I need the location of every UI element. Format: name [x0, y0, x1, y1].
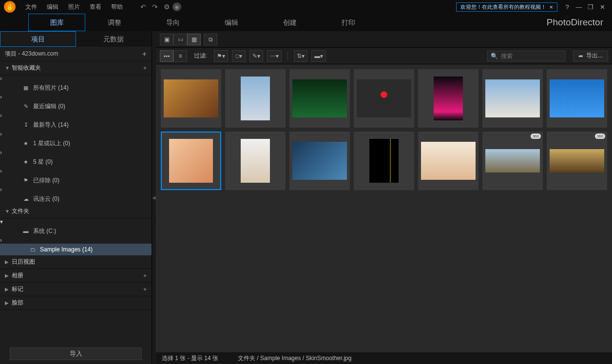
thumbnail[interactable] [225, 132, 286, 190]
thumbsize-list-icon[interactable]: ≡ [173, 50, 187, 62]
chevron-right-icon: › [0, 94, 2, 100]
view-single-icon[interactable]: ▣ [160, 34, 173, 45]
filter-flag-icon[interactable]: ⚑▾ [214, 50, 228, 62]
view-grid-icon[interactable]: ▦ [187, 34, 201, 45]
add-album-icon[interactable]: + [143, 272, 147, 279]
section-faces[interactable]: ▶ 脸部 [0, 296, 152, 310]
project-header: 项目 - 423down.com + [0, 47, 152, 61]
tab-edit[interactable]: 编辑 [202, 14, 261, 31]
sidebar-item-star5[interactable]: ★5 星 (0) [0, 156, 152, 168]
minimize-icon[interactable]: — [573, 3, 585, 11]
stack-icon[interactable]: ▬▾ [311, 50, 326, 62]
menu-help[interactable]: 帮助 [106, 0, 128, 14]
tab-guided[interactable]: 导向 [144, 14, 202, 31]
view-compare-icon[interactable]: ⧉ [204, 34, 217, 45]
thumbnail[interactable] [418, 132, 478, 190]
section-smart[interactable]: ▼ 智能收藏夹 + [0, 61, 152, 75]
thumbnail[interactable] [547, 69, 607, 128]
thumbnail-image [550, 149, 604, 172]
cloud-icon: ☁ [22, 196, 29, 202]
search-input[interactable] [501, 53, 574, 59]
thumbnail-image [169, 139, 213, 183]
menu-view[interactable]: 查看 [85, 0, 106, 14]
sidebar-item-sample-images[interactable]: 🗀Sample Images (14) [0, 244, 152, 255]
import-button[interactable]: 导入 [10, 347, 142, 360]
thumbnail-grid: 360360 [161, 69, 607, 190]
chevron-right-icon: › [0, 149, 2, 156]
sidebar-item-all-photos[interactable]: ▦所有照片 (14) [0, 82, 152, 94]
filter-label-icon[interactable]: □▾ [232, 50, 246, 62]
chevron-right-icon: ▶ [5, 273, 12, 278]
view-photo-icon[interactable]: ▭ [173, 34, 187, 45]
chevron-right-icon: › [0, 237, 2, 244]
thumbnail[interactable] [482, 69, 543, 128]
thumbnail[interactable] [418, 69, 478, 128]
sidebar-item-recent[interactable]: ✎最近编辑 (0) [0, 100, 152, 112]
chevron-right-icon: ▶ [5, 287, 12, 292]
welcome-close-icon[interactable]: × [549, 3, 553, 11]
thumbnail[interactable] [289, 132, 350, 190]
flag-icon: ⚑ [22, 177, 29, 184]
add-smart-icon[interactable]: + [143, 65, 147, 72]
thumbnail[interactable]: 360 [482, 132, 543, 190]
settings-icon[interactable]: ⚙ [161, 1, 172, 13]
filter-label: 过滤: [191, 52, 210, 60]
side-tab-project[interactable]: 项目 [0, 31, 76, 47]
export-button[interactable]: ➦ 导出... [573, 51, 608, 61]
help-icon[interactable]: ? [561, 3, 573, 11]
sort-icon[interactable]: ⇅▾ [294, 50, 307, 62]
menu-edit[interactable]: 编辑 [42, 0, 63, 14]
thumbnail[interactable] [161, 69, 221, 128]
thumbnail-image [421, 142, 476, 180]
thumbsize-small-icon[interactable]: ▪▪▪ [160, 50, 173, 62]
thumbnail[interactable] [161, 132, 221, 190]
export-icon: ➦ [578, 53, 583, 59]
tab-create[interactable]: 创建 [261, 14, 319, 31]
filter-more-icon[interactable]: ⋯▾ [267, 50, 282, 62]
filter-brush-icon[interactable]: ✎▾ [249, 50, 263, 62]
thumbnail[interactable] [225, 69, 286, 128]
add-tag-icon[interactable]: + [143, 286, 147, 293]
sidebar-item-rejected[interactable]: ⚑已排除 (0) [0, 174, 152, 186]
section-folders[interactable]: ▼ 文件夹 [0, 205, 152, 218]
main-tabbar: 图库 调整 导向 编辑 创建 打印 PhotoDirector [0, 14, 612, 31]
import-icon: ↧ [22, 122, 29, 128]
maximize-icon[interactable]: ❐ [585, 3, 596, 11]
undo-icon[interactable]: ↶ [137, 1, 149, 13]
tab-adjust[interactable]: 调整 [85, 14, 144, 31]
star-icon: ★ [22, 159, 29, 165]
sidebar-item-system-drive[interactable]: ▬系统 (C:) [0, 225, 152, 237]
section-albums[interactable]: ▶ 相册 + [0, 269, 152, 283]
thumbnail-image [292, 79, 347, 117]
sidebar-collapse-handle[interactable]: ◀ [152, 31, 156, 364]
tab-print[interactable]: 打印 [319, 14, 378, 31]
search-icon: 🔍 [491, 53, 498, 59]
thumbnail[interactable] [354, 132, 414, 190]
thumbnail-image [164, 79, 218, 117]
chevron-down-icon: ▼ [5, 209, 12, 214]
thumbnail[interactable] [289, 69, 350, 128]
menu-file[interactable]: 文件 [20, 0, 42, 14]
thumbnail-image [241, 139, 270, 183]
sidebar-item-cloud[interactable]: ☁讯连云 (0) [0, 193, 152, 205]
close-icon[interactable]: ✕ [596, 3, 608, 11]
tab-library[interactable]: 图库 [28, 14, 85, 31]
account-icon[interactable]: ◉ [172, 2, 181, 11]
side-tab-metadata[interactable]: 元数据 [76, 31, 152, 47]
menu-photo[interactable]: 照片 [63, 0, 85, 14]
sidebar-item-star1[interactable]: ★1 星或以上 (0) [0, 137, 152, 149]
add-project-icon[interactable]: + [142, 50, 147, 58]
redo-icon[interactable]: ↷ [149, 1, 161, 13]
status-selection: 选择 1 张 - 显示 14 张 [162, 354, 218, 363]
badge-360: 360 [595, 134, 605, 139]
chevron-right-icon: ▶ [5, 300, 12, 306]
search-box[interactable]: 🔍 × [487, 51, 565, 61]
chevron-right-icon: › [0, 75, 2, 82]
section-calendar[interactable]: ▶ 日历视图 [0, 255, 152, 269]
sidebar-item-latest[interactable]: ↧最新导入 (14) [0, 119, 152, 131]
welcome-banner[interactable]: 欢迎您！在此查看所有的教程视频！ × [456, 2, 557, 12]
thumbnail[interactable]: 360 [547, 132, 607, 190]
thumbnail[interactable] [354, 69, 414, 128]
section-tags[interactable]: ▶ 标记 + [0, 283, 152, 296]
folder-icon: 🗀 [29, 247, 36, 252]
